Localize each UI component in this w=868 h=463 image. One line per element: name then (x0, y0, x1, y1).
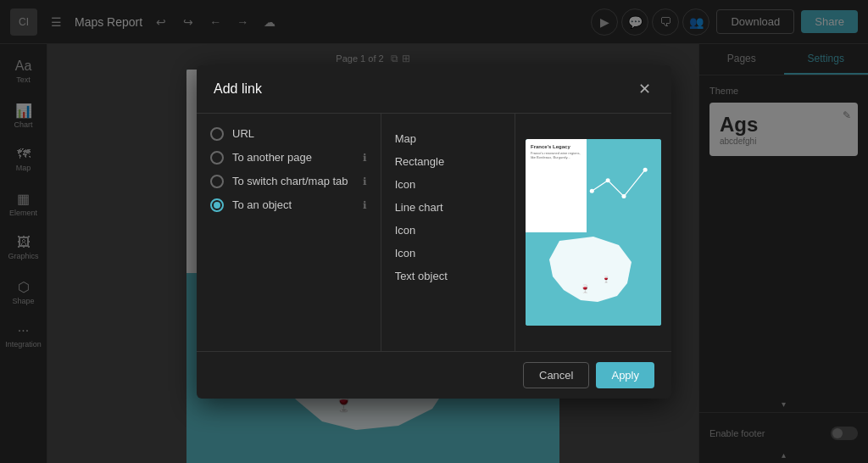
preview-report-body: France's renowned wine regions, like Bor… (531, 151, 581, 159)
preview-chart-svg (587, 139, 661, 232)
radio-another-page-label: To another page (232, 151, 354, 164)
dialog-footer: Cancel Apply (197, 351, 671, 399)
link-item-line-chart[interactable]: Line chart (395, 196, 501, 219)
dialog-title: Add link (214, 81, 262, 97)
radio-to-object[interactable]: To an object ℹ (210, 198, 367, 212)
link-item-icon-1[interactable]: Icon (395, 173, 501, 196)
preview-report-title: France's Legacy (531, 144, 581, 149)
svg-text:🍷: 🍷 (602, 275, 610, 283)
svg-text:🍷: 🍷 (580, 283, 591, 294)
radio-switch-tab-btn[interactable] (210, 175, 224, 188)
radio-url-label: URL (232, 127, 367, 140)
preview-map-svg: 🍷 🍷 (526, 232, 661, 326)
dialog-preview: France's Legacy France's renowned wine r… (515, 114, 671, 351)
preview-map: 🍷 🍷 (526, 232, 661, 326)
radio-another-page-info[interactable]: ℹ (363, 152, 367, 164)
dialog-link-targets: Map Rectangle Icon Line chart Icon Icon … (381, 114, 515, 351)
radio-switch-tab-label: To switch chart/map tab (232, 175, 354, 187)
radio-switch-tab[interactable]: To switch chart/map tab ℹ (210, 175, 367, 188)
dialog-close-button[interactable]: ✕ (634, 79, 654, 99)
cancel-button[interactable]: Cancel (523, 362, 589, 388)
radio-url-btn[interactable] (210, 127, 224, 141)
radio-to-object-btn[interactable] (210, 198, 224, 212)
add-link-dialog: Add link ✕ URL To another page ℹ To swit… (197, 65, 671, 399)
preview-text: France's Legacy France's renowned wine r… (526, 139, 587, 232)
apply-button[interactable]: Apply (596, 362, 654, 388)
svg-point-17 (606, 178, 610, 182)
radio-url[interactable]: URL (210, 127, 367, 141)
preview-chart (587, 139, 661, 232)
preview-top: France's Legacy France's renowned wine r… (526, 139, 661, 232)
radio-to-object-label: To an object (232, 198, 354, 211)
link-item-map[interactable]: Map (395, 127, 501, 150)
link-item-icon-2[interactable]: Icon (395, 219, 501, 242)
link-item-icon-3[interactable]: Icon (395, 242, 501, 265)
link-item-rectangle[interactable]: Rectangle (395, 150, 501, 173)
radio-another-page[interactable]: To another page ℹ (210, 151, 367, 165)
preview-thumbnail: France's Legacy France's renowned wine r… (526, 139, 661, 326)
modal-overlay[interactable]: Add link ✕ URL To another page ℹ To swit… (0, 0, 868, 463)
svg-point-18 (621, 194, 626, 198)
radio-another-page-btn[interactable] (210, 151, 224, 165)
dialog-options: URL To another page ℹ To switch chart/ma… (197, 114, 381, 351)
link-item-text-object[interactable]: Text object (395, 265, 501, 287)
dialog-body: URL To another page ℹ To switch chart/ma… (197, 114, 671, 351)
radio-switch-tab-info[interactable]: ℹ (363, 176, 367, 187)
svg-point-16 (590, 188, 594, 192)
svg-point-19 (643, 167, 648, 171)
radio-to-object-info[interactable]: ℹ (363, 199, 367, 211)
dialog-header: Add link ✕ (197, 65, 671, 114)
